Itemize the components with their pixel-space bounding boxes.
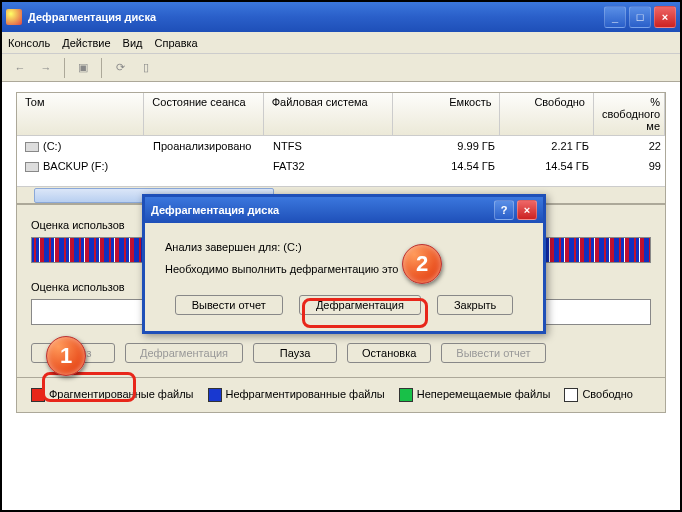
col-pct[interactable]: % свободного ме — [594, 93, 665, 135]
analysis-dialog: Дефрагментация диска ? × Анализ завершен… — [142, 194, 546, 334]
dialog-line2: Необходимо выполнить дефрагментацию это — [165, 263, 523, 275]
menu-help[interactable]: Справка — [155, 37, 198, 49]
table-header: Том Состояние сеанса Файловая система Ем… — [17, 93, 665, 136]
close-button[interactable]: × — [654, 6, 676, 28]
pause-button[interactable]: Пауза — [253, 343, 337, 363]
swatch-immov — [399, 388, 413, 402]
drive-icon — [25, 142, 39, 152]
refresh-icon[interactable]: ⟳ — [108, 57, 132, 79]
dialog-report-button[interactable]: Вывести отчет — [175, 295, 283, 315]
table-row[interactable]: (C:) Проанализировано NTFS 9.99 ГБ 2.21 … — [17, 136, 665, 156]
dialog-defrag-button[interactable]: Дефрагментация — [299, 295, 421, 315]
forward-icon[interactable]: → — [34, 57, 58, 79]
minimize-button[interactable]: _ — [604, 6, 626, 28]
report-button[interactable]: Вывести отчет — [441, 343, 545, 363]
marker-1: 1 — [46, 336, 86, 376]
volumes-table: Том Состояние сеанса Файловая система Ем… — [16, 92, 666, 204]
marker-2: 2 — [402, 244, 442, 284]
app-icon — [6, 9, 22, 25]
col-state[interactable]: Состояние сеанса — [144, 93, 263, 135]
dialog-close-button[interactable]: × — [517, 200, 537, 220]
col-free[interactable]: Свободно — [500, 93, 594, 135]
drive-icon — [25, 162, 39, 172]
dialog-help-button[interactable]: ? — [494, 200, 514, 220]
window-title: Дефрагментация диска — [28, 11, 156, 23]
col-volume[interactable]: Том — [17, 93, 144, 135]
legend: Фрагментированные файлы Нефрагментирован… — [16, 378, 666, 413]
maximize-button[interactable]: □ — [629, 6, 651, 28]
col-fs[interactable]: Файловая система — [264, 93, 393, 135]
action-buttons: Анализ Дефрагментация Пауза Остановка Вы… — [31, 343, 651, 363]
back-icon[interactable]: ← — [8, 57, 32, 79]
menu-console[interactable]: Консоль — [8, 37, 50, 49]
dialog-line1: Анализ завершен для: (C:) — [165, 241, 523, 253]
swatch-nofrag — [208, 388, 222, 402]
dialog-close-text-button[interactable]: Закрыть — [437, 295, 513, 315]
swatch-frag — [31, 388, 45, 402]
defrag-button[interactable]: Дефрагментация — [125, 343, 243, 363]
toolbar-icon-2[interactable]: ▯ — [134, 57, 158, 79]
dialog-title: Дефрагментация диска — [151, 204, 279, 216]
menubar: Консоль Действие Вид Справка — [2, 32, 680, 54]
menu-action[interactable]: Действие — [62, 37, 110, 49]
titlebar: Дефрагментация диска _ □ × — [2, 2, 680, 32]
stop-button[interactable]: Остановка — [347, 343, 431, 363]
table-row[interactable]: BACKUP (F:) FAT32 14.54 ГБ 14.54 ГБ 99 — [17, 156, 665, 176]
col-capacity[interactable]: Емкость — [393, 93, 500, 135]
swatch-free — [564, 388, 578, 402]
toolbar: ← → ▣ ⟳ ▯ — [2, 54, 680, 82]
toolbar-icon-1[interactable]: ▣ — [71, 57, 95, 79]
menu-view[interactable]: Вид — [123, 37, 143, 49]
